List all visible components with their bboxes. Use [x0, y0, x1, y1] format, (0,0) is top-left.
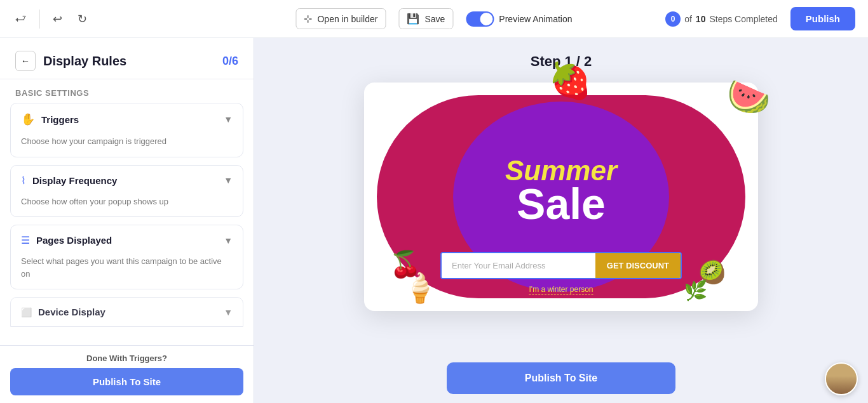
strawberry-decoration: 🍓	[548, 63, 592, 98]
pages-displayed-icon: ☰	[21, 234, 30, 246]
main-layout: ← Display Rules 0/6 Basic Settings ✋ Tri…	[0, 38, 868, 403]
steps-completed-label: Steps Completed	[709, 14, 777, 24]
builder-icon: ⊹	[304, 13, 312, 25]
popup-text-layer: Summer Sale	[505, 157, 617, 223]
avatar-face	[826, 364, 857, 394]
sale-text: Sale	[505, 185, 617, 223]
redo-button[interactable]: ↻	[75, 10, 90, 29]
header-divider	[39, 10, 40, 29]
header-center: ⊹ Open in builder 💾 Save Preview Animati…	[295, 8, 572, 29]
sidebar-header: ← Display Rules 0/6	[0, 38, 254, 79]
accordion-title-row-triggers: ✋ Triggers	[21, 112, 79, 126]
email-input-placeholder[interactable]: Enter Your Email Address	[442, 253, 595, 278]
preview-area: Step 1 / 2 🍓 🍉 Summer Sale Enter Your Em…	[254, 38, 868, 403]
open-in-builder-button[interactable]: ⊹ Open in builder	[295, 8, 386, 29]
popup-preview: 🍓 🍉 Summer Sale Enter Your Email Address…	[364, 83, 758, 311]
back-button[interactable]: ⮐	[13, 10, 29, 28]
pages-displayed-chevron-icon: ▼	[224, 235, 233, 246]
sidebar: ← Display Rules 0/6 Basic Settings ✋ Tri…	[0, 38, 254, 403]
icecream-decoration: 🍦	[402, 271, 438, 305]
save-icon: 💾	[407, 13, 419, 25]
sidebar-count: 0/6	[222, 55, 238, 68]
accordion-header-triggers[interactable]: ✋ Triggers ▼	[11, 103, 243, 135]
sidebar-publish-to-site-button[interactable]: Publish To Site	[10, 368, 243, 395]
save-button[interactable]: 💾 Save	[398, 8, 453, 29]
display-frequency-chevron-icon: ▼	[224, 175, 233, 185]
triggers-title: Triggers	[41, 114, 79, 125]
display-frequency-icon: ⌇	[21, 175, 26, 187]
main-publish-to-site-button[interactable]: Publish To Site	[447, 362, 675, 394]
header: ⮐ ↩ ↻ ⊹ Open in builder 💾 Save Preview A…	[0, 0, 868, 38]
publish-button[interactable]: Publish	[790, 7, 855, 30]
pages-displayed-title: Pages Displayed	[36, 235, 112, 246]
leaf-decoration: 🌿	[684, 279, 707, 301]
avatar	[825, 362, 858, 395]
winter-person-link[interactable]: I'm a winter person	[529, 285, 593, 294]
popup-inner: Summer Sale Enter Your Email Address GET…	[377, 95, 745, 298]
display-frequency-title: Display Frequency	[32, 175, 117, 186]
accordion-item-pages-displayed: ☰ Pages Displayed ▼ Select what pages yo…	[10, 225, 243, 289]
steps-current: 0	[665, 11, 681, 27]
preview-animation-toggle[interactable]: Preview Animation	[466, 11, 572, 27]
undo-button[interactable]: ↩	[50, 10, 65, 29]
basic-settings-label: Basic Settings	[0, 79, 254, 103]
accordion-header-device-display[interactable]: ⬜ Device Display ▼	[11, 298, 243, 326]
watermelon-decoration: 🍉	[727, 76, 771, 117]
email-row: Enter Your Email Address GET DISCOUNT	[440, 252, 682, 279]
accordion-title-row-device: ⬜ Device Display	[21, 307, 105, 317]
triggers-description: Choose how your campaign is triggered	[11, 135, 243, 157]
toggle-knob	[480, 13, 492, 25]
display-frequency-description: Choose how often your popup shows up	[11, 195, 243, 217]
header-right: 0 of 10 Steps Completed Publish	[665, 7, 855, 30]
device-display-icon: ⬜	[21, 307, 32, 317]
accordion-header-pages-displayed[interactable]: ☰ Pages Displayed ▼	[11, 225, 243, 255]
accordion-title-row-freq: ⌇ Display Frequency	[21, 175, 117, 187]
sidebar-title-row: ← Display Rules	[15, 51, 126, 71]
steps-info: 0 of 10 Steps Completed	[665, 11, 778, 27]
triggers-chevron-icon: ▼	[224, 114, 233, 124]
get-discount-button[interactable]: GET DISCOUNT	[595, 253, 681, 278]
sidebar-back-button[interactable]: ←	[15, 51, 36, 71]
accordion-item-triggers: ✋ Triggers ▼ Choose how your campaign is…	[10, 103, 243, 157]
device-display-chevron-icon: ▼	[224, 307, 233, 317]
accordion-header-display-frequency[interactable]: ⌇ Display Frequency ▼	[11, 166, 243, 195]
save-label: Save	[424, 14, 445, 24]
device-display-title: Device Display	[38, 307, 105, 317]
header-left: ⮐ ↩ ↻	[13, 10, 90, 29]
done-triggers-banner: Done With Triggers? Publish To Site	[0, 345, 254, 403]
sidebar-title: Display Rules	[43, 54, 126, 69]
preview-bottom-bar: Publish To Site	[254, 353, 868, 403]
steps-total: 10	[696, 14, 706, 24]
done-triggers-label: Done With Triggers?	[10, 353, 243, 363]
toggle-switch[interactable]	[466, 11, 494, 27]
accordion-title-row-pages: ☰ Pages Displayed	[21, 234, 112, 246]
steps-of-label: of	[684, 14, 692, 24]
preview-animation-label: Preview Animation	[499, 14, 572, 24]
accordion-item-device-display: ⬜ Device Display ▼	[10, 297, 243, 327]
open-in-builder-label: Open in builder	[317, 14, 377, 24]
accordion-item-display-frequency: ⌇ Display Frequency ▼ Choose how often y…	[10, 165, 243, 218]
triggers-icon: ✋	[21, 112, 35, 126]
pages-displayed-description: Select what pages you want this campaign…	[11, 255, 243, 289]
